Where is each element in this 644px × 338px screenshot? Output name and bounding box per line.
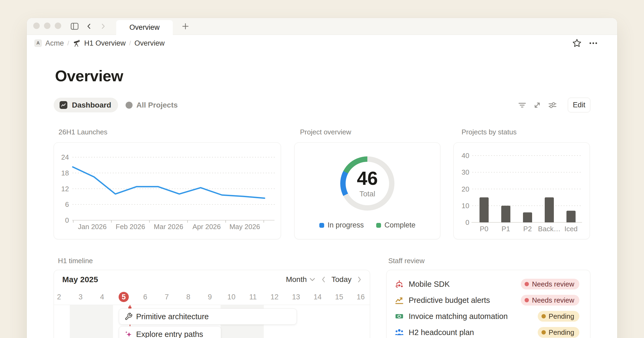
timeline-day[interactable]: 7 — [156, 289, 178, 305]
breadcrumb: A Acme / H1 Overview / Overview — [34, 39, 164, 47]
timeline-event-card[interactable]: Primitive architecture — [119, 308, 297, 325]
status-dot — [525, 282, 529, 286]
svg-text:Back…: Back… — [538, 225, 561, 233]
wrench-icon — [125, 313, 133, 321]
sidebar-toggle-icon[interactable] — [71, 23, 79, 30]
breadcrumb-workspace[interactable]: Acme — [45, 39, 64, 47]
legend-label: Complete — [385, 221, 416, 229]
status-label: Pending — [549, 312, 574, 321]
timeline-day[interactable]: 12 — [264, 289, 285, 305]
donut-total-value: 46 — [357, 169, 378, 189]
svg-text:6: 6 — [65, 200, 69, 208]
status-label: Needs review — [532, 296, 574, 304]
project-overview-donut-card: 46 Total In progressComplete — [294, 142, 440, 239]
status-badge[interactable]: Needs review — [521, 295, 579, 306]
carousel-icon — [395, 280, 404, 289]
donut-chart: 46 Total — [340, 156, 394, 211]
timeline-event-card[interactable]: Explore entry paths — [119, 326, 221, 338]
timeline-today-button[interactable]: Today — [331, 275, 352, 284]
sparkles-icon — [125, 330, 133, 338]
staff-review-row[interactable]: Predictive budget alertsNeeds review — [387, 292, 590, 308]
timeline-day[interactable]: 16 — [350, 289, 370, 305]
nav-back-icon[interactable] — [86, 23, 92, 30]
timeline-day[interactable]: 6 — [134, 289, 156, 305]
more-options-icon[interactable] — [589, 42, 598, 45]
legend-swatch — [319, 223, 324, 228]
staff-review-row[interactable]: Mobile SDKNeeds review — [387, 276, 590, 292]
window-zoom-button[interactable] — [55, 23, 61, 29]
breadcrumb-toolbar: A Acme / H1 Overview / Overview — [27, 35, 617, 52]
view-tab-label: Dashboard — [72, 101, 111, 109]
staff-item-label: Invoice matching automation — [409, 312, 533, 321]
weekend-shade — [70, 305, 113, 338]
view-tab-all-projects[interactable]: All Projects — [126, 101, 178, 109]
staff-review-row[interactable]: Invoice matching automationPending — [387, 308, 590, 324]
filter-icon[interactable] — [518, 101, 526, 109]
timeline-day[interactable]: 10 — [221, 289, 242, 305]
staff-review-row[interactable]: H2 headcount planPending — [387, 324, 590, 338]
timeline-day[interactable]: 14 — [307, 289, 328, 305]
timeline-day[interactable]: 4 — [92, 289, 113, 305]
window-tab-overview[interactable]: Overview — [116, 20, 173, 35]
donut-legend: In progressComplete — [295, 221, 440, 229]
nav-forward-icon[interactable] — [100, 23, 106, 30]
donut-center: 46 Total — [346, 162, 389, 205]
view-tab-dashboard[interactable]: Dashboard — [54, 98, 118, 112]
people-icon — [395, 328, 404, 337]
timeline-event-title: Explore entry paths — [136, 330, 203, 338]
donut-total-caption: Total — [359, 190, 375, 198]
favorite-star-icon[interactable] — [572, 38, 582, 48]
timeline-day[interactable]: 11 — [242, 289, 264, 305]
status-badge[interactable]: Needs review — [521, 279, 579, 289]
banknote-icon — [395, 312, 404, 321]
timeline-day[interactable]: 13 — [285, 289, 307, 305]
view-switcher-row: Dashboard All Projects Edit — [54, 98, 590, 112]
breadcrumb-parent-page[interactable]: H1 Overview — [84, 39, 126, 47]
timeline-day[interactable]: 15 — [328, 289, 350, 305]
staff-item-label: Mobile SDK — [409, 280, 516, 289]
window-minimize-button[interactable] — [44, 23, 50, 29]
window-close-button[interactable] — [33, 23, 40, 29]
expand-arrows-icon[interactable] — [533, 101, 541, 109]
staff-review-card: Mobile SDKNeeds reviewPredictive budget … — [386, 270, 590, 338]
svg-text:20: 20 — [462, 185, 469, 193]
workspace-avatar[interactable]: A — [34, 39, 42, 47]
timeline-card: May 2025 Month Today 2345678910111213141… — [54, 270, 370, 338]
timeline-day[interactable]: 9 — [199, 289, 221, 305]
database-view-icon — [126, 102, 133, 109]
timeline-dates-row: 2345678910111213141516 — [54, 289, 370, 305]
timeline-day[interactable]: 3 — [70, 289, 91, 305]
svg-text:0: 0 — [466, 218, 469, 226]
status-bar-chart: 010203040P0P1P2Back…Iced — [454, 143, 590, 240]
svg-text:30: 30 — [462, 168, 469, 176]
breadcrumb-separator: / — [129, 39, 131, 47]
new-tab-icon[interactable] — [182, 23, 189, 30]
timeline-day[interactable]: 8 — [178, 289, 199, 305]
svg-text:Mar 2026: Mar 2026 — [154, 223, 183, 231]
svg-text:P2: P2 — [523, 225, 532, 233]
timeline-day[interactable]: 5 — [113, 289, 134, 305]
timeline-body: Primitive architectureExplore entry path… — [54, 305, 370, 338]
breadcrumb-current-page[interactable]: Overview — [134, 39, 165, 47]
timeline-next-icon[interactable] — [357, 276, 362, 283]
status-badge[interactable]: Pending — [538, 311, 579, 322]
status-label: Needs review — [532, 280, 574, 288]
tab-title: Overview — [129, 23, 160, 32]
legend-item: Complete — [376, 221, 416, 229]
status-badge[interactable]: Pending — [538, 327, 579, 338]
timeline-day[interactable]: 2 — [54, 289, 70, 305]
page-title[interactable]: Overview — [55, 67, 123, 85]
edit-button[interactable]: Edit — [568, 98, 590, 112]
legend-swatch — [376, 223, 381, 228]
svg-text:P1: P1 — [502, 225, 510, 233]
section-title-staff: Staff review — [388, 257, 425, 265]
svg-text:May 2026: May 2026 — [229, 223, 260, 231]
app-window: Overview A Acme / H1 Overview / Overview — [27, 18, 617, 338]
timeline-prev-icon[interactable] — [321, 276, 325, 283]
view-tab-label: All Projects — [136, 101, 178, 109]
svg-text:12: 12 — [61, 185, 69, 193]
view-settings-sliders-icon[interactable] — [548, 101, 557, 109]
status-dot — [541, 330, 546, 335]
timeline-event-title: Primitive architecture — [136, 312, 209, 321]
timeline-zoom-select[interactable]: Month — [286, 275, 315, 284]
